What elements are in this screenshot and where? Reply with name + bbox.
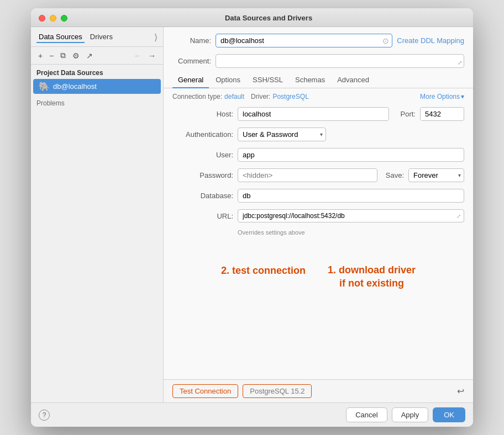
right-panel: Name: ⊙ Create DDL Mapping Comment: ⤢ Ge… [164, 27, 473, 402]
auth-select[interactable]: User & Password No auth pgpass SSH tunne… [238, 128, 326, 141]
comment-input-wrap: ⤢ [216, 54, 464, 68]
form-area: Host: Port: Authentication: User & Passw… [164, 103, 473, 379]
add-button[interactable]: + [35, 50, 45, 62]
forward-button[interactable]: → [145, 50, 159, 62]
test-connection-button[interactable]: Test Connection [172, 384, 238, 398]
tab-data-sources[interactable]: Data Sources [36, 31, 85, 43]
database-row: Database: [172, 189, 464, 203]
auth-row: Authentication: User & Password No auth … [172, 128, 464, 141]
left-panel-tabs: Data Sources Drivers ⟩ [31, 27, 163, 47]
tab-ssh-ssl[interactable]: SSH/SSL [247, 72, 288, 88]
more-options-button[interactable]: More Options ▾ [420, 93, 464, 100]
tabs-bar: General Options SSH/SSL Schemas Advanced [164, 72, 473, 88]
url-input[interactable] [238, 209, 464, 222]
host-label: Host: [172, 110, 233, 118]
user-input[interactable] [238, 148, 464, 162]
comment-expand-icon[interactable]: ⤢ [458, 60, 462, 66]
help-button[interactable]: ? [39, 410, 50, 421]
url-expand-icon[interactable]: ⤢ [456, 213, 461, 219]
left-panel-toolbar: + − ⧉ ⚙ ↗ ← → [31, 47, 163, 65]
postgres-icon: 🐘 [39, 81, 50, 92]
nav-arrows: ← → [131, 50, 159, 62]
password-row: Password: Save: Forever Until restart Ne… [172, 168, 464, 182]
database-label: Database: [172, 192, 233, 200]
host-input[interactable] [238, 107, 389, 121]
footer-buttons: Cancel Apply OK [346, 407, 465, 422]
project-data-sources-header: Project Data Sources [31, 65, 163, 79]
ok-button[interactable]: OK [433, 407, 465, 422]
user-row: User: [172, 148, 464, 162]
connection-type-label: Connection type: [172, 93, 222, 100]
password-input[interactable] [238, 168, 377, 182]
cancel-button[interactable]: Cancel [346, 407, 387, 422]
password-label: Password: [172, 171, 233, 179]
db-item-localhost[interactable]: 🐘 db@localhost [33, 79, 161, 94]
problems-label: Problems [36, 99, 65, 107]
driver-version-button[interactable]: PostgreSQL 15.2 [243, 384, 312, 398]
export-button[interactable]: ↗ [83, 50, 96, 62]
bottom-action-row: Test Connection PostgreSQL 15.2 ↩ [164, 379, 473, 402]
port-label: Port: [393, 110, 416, 118]
close-button[interactable] [39, 15, 45, 22]
auth-select-wrap: User & Password No auth pgpass SSH tunne… [238, 128, 326, 141]
more-options-label: More Options [420, 93, 460, 100]
host-port-row: Host: Port: [172, 107, 464, 121]
name-label: Name: [172, 36, 211, 45]
tab-advanced[interactable]: Advanced [332, 72, 375, 88]
settings-button[interactable]: ⚙ [70, 50, 82, 62]
db-item-label: db@localhost [53, 82, 97, 91]
driver-label: Driver: [251, 93, 270, 100]
annotation-2: 2. test connection [221, 265, 306, 277]
main-window: Data Sources and Drivers Data Sources Dr… [31, 8, 473, 427]
driver-value[interactable]: PostgreSQL [272, 93, 308, 100]
url-row: URL: ⤢ [172, 209, 464, 222]
connection-type-value[interactable]: default [224, 93, 244, 100]
database-input[interactable] [238, 189, 464, 203]
name-row: Name: ⊙ Create DDL Mapping [164, 27, 473, 52]
remove-button[interactable]: − [46, 50, 56, 62]
url-wrap: ⤢ [238, 209, 464, 222]
back-button[interactable]: ← [131, 50, 144, 62]
tab-options[interactable]: Options [210, 72, 246, 88]
save-select-wrap: Forever Until restart Never ▾ [408, 168, 464, 182]
apply-button[interactable]: Apply [392, 407, 429, 422]
overrides-note: Overrides settings above [238, 229, 464, 236]
user-label: User: [172, 151, 233, 159]
comment-row: Comment: ⤢ [164, 52, 473, 72]
tab-general[interactable]: General [172, 72, 209, 88]
main-layout: Data Sources Drivers ⟩ + − ⧉ ⚙ ↗ ← → Pro… [31, 27, 473, 402]
create-ddl-link[interactable]: Create DDL Mapping [397, 36, 464, 45]
tab-schemas[interactable]: Schemas [290, 72, 330, 88]
duplicate-button[interactable]: ⧉ [57, 49, 69, 62]
save-select[interactable]: Forever Until restart Never [408, 168, 464, 182]
name-input[interactable] [216, 34, 392, 47]
conn-type-row: Connection type: default Driver: Postgre… [164, 88, 473, 103]
title-bar: Data Sources and Drivers [31, 8, 473, 27]
window-title: Data Sources and Drivers [72, 14, 465, 22]
name-input-wrap: ⊙ [216, 34, 392, 47]
tab-drivers[interactable]: Drivers [88, 31, 115, 43]
save-label: Save: [382, 171, 404, 179]
auth-label: Authentication: [172, 130, 233, 139]
reset-button[interactable]: ↩ [457, 386, 464, 396]
url-label: URL: [172, 212, 233, 220]
left-panel: Data Sources Drivers ⟩ + − ⧉ ⚙ ↗ ← → Pro… [31, 27, 164, 402]
name-clear-icon[interactable]: ⊙ [382, 36, 389, 45]
annotation-area: 2. test connection 1. download driver if… [172, 240, 464, 295]
annotation-1: 1. download driver if not existing [328, 251, 416, 290]
port-input[interactable] [420, 107, 464, 121]
panel-expand-icon[interactable]: ⟩ [154, 32, 158, 43]
chevron-down-icon: ▾ [461, 93, 464, 100]
footer: ? Cancel Apply OK [31, 402, 473, 427]
comment-label: Comment: [172, 57, 211, 65]
comment-input[interactable] [216, 54, 464, 68]
problems-section: Problems [31, 94, 163, 113]
maximize-button[interactable] [61, 15, 67, 22]
minimize-button[interactable] [50, 15, 56, 22]
